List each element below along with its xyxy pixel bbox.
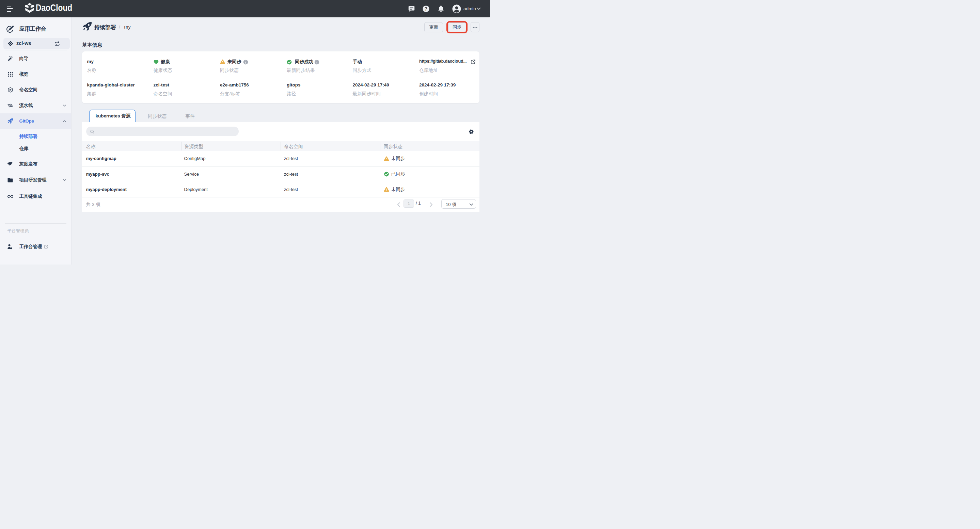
svg-text:?: ? bbox=[425, 6, 427, 11]
